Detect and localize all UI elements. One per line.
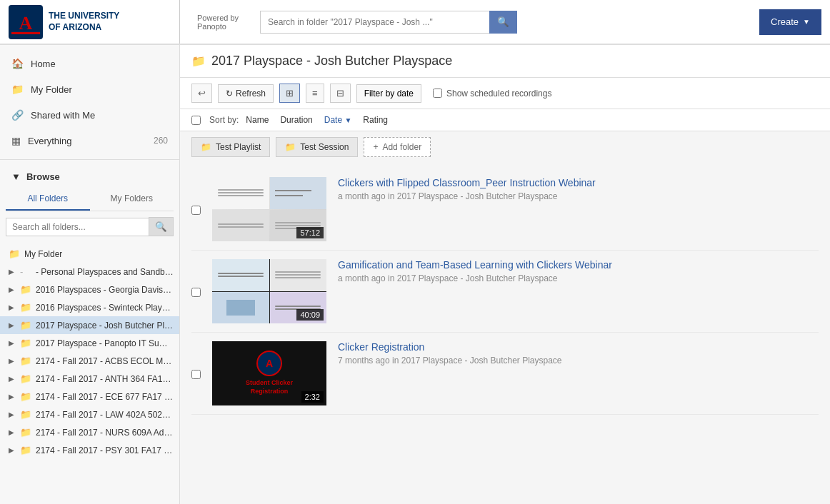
browse-header[interactable]: ▼ Browse <box>0 166 179 188</box>
video-title[interactable]: Clicker Registration <box>338 341 819 353</box>
expand-icon: ▶ <box>9 303 16 311</box>
home-icon: 🏠 <box>11 58 24 69</box>
video-duration: 2:32 <box>301 391 324 403</box>
refresh-icon: ↻ <box>226 89 233 99</box>
video-meta: a month ago in 2017 Playspace - Josh But… <box>338 273 819 283</box>
thumb-cell <box>212 177 269 209</box>
logo-area: A The University of Arizona <box>9 0 180 44</box>
sort-by-rating[interactable]: Rating <box>359 114 392 126</box>
video-item: 40:09 Gamification and Team-Based Learni… <box>191 251 819 333</box>
video-select-checkbox[interactable] <box>191 370 201 379</box>
folder-search-area: 🔍 <box>6 217 174 236</box>
view-grid-button[interactable]: ⊞ <box>279 84 300 103</box>
folder-search-input[interactable] <box>6 218 149 236</box>
shared-icon: 🔗 <box>11 109 24 121</box>
video-duration: 40:09 <box>296 309 324 321</box>
folder-item-2174-ece[interactable]: ▶ 📁 2174 - Fall 2017 - ECE 677 FA17 001.… <box>0 388 179 405</box>
subfolder-icon: 📁 <box>201 142 211 152</box>
thumb-line <box>275 274 321 276</box>
filter-by-date-button[interactable]: Filter by date <box>356 84 421 103</box>
sidebar-item-everything[interactable]: ▦ Everything 260 <box>0 128 179 153</box>
expand-icon: ▶ <box>9 321 16 329</box>
subfolder-bar: 📁 Test Playlist 📁 Test Session + Add fol… <box>180 131 830 163</box>
layout: 🏠 Home 📁 My Folder 🔗 Shared with Me ▦ Ev… <box>0 45 830 504</box>
folder-item-2174-acbs[interactable]: ▶ 📁 2174 - Fall 2017 - ACBS ECOL MIC PL.… <box>0 352 179 370</box>
video-title[interactable]: Gamification and Team-Based Learning wit… <box>338 259 819 271</box>
video-thumbnail[interactable]: 57:12 <box>212 177 326 241</box>
video-thumbnail[interactable]: 40:09 <box>212 259 326 323</box>
video-select-checkbox[interactable] <box>191 206 201 215</box>
everything-badge: 260 <box>154 136 168 146</box>
thumb-line <box>218 195 264 196</box>
video-info: Clickers with Flipped Classroom_Peer Ins… <box>338 177 819 201</box>
folder-item-2174-law[interactable]: ▶ 📁 2174 - Fall 2017 - LAW 402A 502A FA.… <box>0 405 179 423</box>
create-dropdown-arrow-icon: ▼ <box>803 18 810 26</box>
subfolder-test-playlist[interactable]: 📁 Test Playlist <box>191 137 270 157</box>
folder-item-2174-anth[interactable]: ▶ 📁 2174 - Fall 2017 - ANTH 364 FA17 00.… <box>0 370 179 388</box>
create-button[interactable]: Create ▼ <box>759 9 821 35</box>
sort-by-date[interactable]: Date ▼ <box>320 114 356 126</box>
sort-by-name[interactable]: Name <box>241 114 273 126</box>
select-all-checkbox[interactable] <box>191 116 201 125</box>
video-title[interactable]: Clickers with Flipped Classroom_Peer Ins… <box>338 177 819 188</box>
folder-item-2016-georgia[interactable]: ▶ 📁 2016 Playspaces - Georgia Davis Play… <box>0 281 179 298</box>
folder-icon: 📁 <box>20 373 31 384</box>
folder-item-2174-psy[interactable]: ▶ 📁 2174 - Fall 2017 - PSY 301 FA17 001.… <box>0 441 179 459</box>
svg-rect-2 <box>11 32 40 34</box>
thumb-line <box>275 225 321 226</box>
thumb-text: Student ClickerRegistration <box>246 379 293 395</box>
thumb-line <box>218 223 264 225</box>
page-title: 2017 Playspace - Josh Butcher Playspace <box>211 54 452 69</box>
thumb-cell <box>270 177 327 209</box>
video-info: Gamification and Team-Based Learning wit… <box>338 259 819 283</box>
video-item: A Student ClickerRegistration 2:32 Click… <box>191 333 819 415</box>
thumb-cell <box>270 259 327 291</box>
folder-item-personal[interactable]: ▶ - - Personal Playspaces and Sandboxes <box>0 263 179 281</box>
folder-item-2017-panopto[interactable]: ▶ 📁 2017 Playspace - Panopto IT Summitt.… <box>0 334 179 352</box>
folder-search-button[interactable]: 🔍 <box>149 217 174 236</box>
add-folder-icon: + <box>373 142 378 152</box>
search-button[interactable]: 🔍 <box>489 11 517 34</box>
university-logo-icon: A <box>9 5 43 39</box>
browse-tabs: All Folders My Folders <box>6 188 174 211</box>
folder-item-2017-josh[interactable]: ▶ 📁 2017 Playspace - Josh Butcher Playsp… <box>0 316 179 334</box>
view-list-button[interactable]: ≡ <box>306 84 324 103</box>
sort-arrow-icon: ▼ <box>344 116 351 124</box>
folder-item-my-folder[interactable]: 📁 My Folder <box>0 245 179 263</box>
tab-all-folders[interactable]: All Folders <box>6 188 90 211</box>
thumb-line <box>275 271 321 273</box>
thumb-line <box>218 189 264 191</box>
folder-item-2016-swinteck[interactable]: ▶ 📁 2016 Playspaces - Swinteck Playspac.… <box>0 298 179 316</box>
expand-icon: ▶ <box>9 286 16 293</box>
view-detail-button[interactable]: ⊟ <box>330 84 351 103</box>
sidebar-item-shared[interactable]: 🔗 Shared with Me <box>0 102 179 128</box>
search-input[interactable] <box>260 11 489 34</box>
add-folder-button[interactable]: + Add folder <box>364 137 431 157</box>
video-thumbnail[interactable]: A Student ClickerRegistration 2:32 <box>212 341 326 405</box>
thumb-line <box>275 306 321 307</box>
sidebar-item-home[interactable]: 🏠 Home <box>0 51 179 76</box>
folder-icon: 📁 <box>20 320 31 331</box>
back-button[interactable]: ↩ <box>191 84 212 103</box>
tab-my-folders[interactable]: My Folders <box>90 188 174 211</box>
video-meta: a month ago in 2017 Playspace - Josh But… <box>338 191 819 201</box>
sidebar-nav: 🏠 Home 📁 My Folder 🔗 Shared with Me ▦ Ev… <box>0 45 179 160</box>
sort-by-duration[interactable]: Duration <box>276 114 316 126</box>
folder-icon: 📁 <box>20 302 31 313</box>
powered-by-label: Powered by Panopto <box>191 14 249 31</box>
header: A The University of Arizona Powered by P… <box>0 0 830 45</box>
expand-icon: ▶ <box>9 410 16 418</box>
video-duration: 57:12 <box>296 227 324 238</box>
folder-item-2174-nurs[interactable]: ▶ 📁 2174 - Fall 2017 - NURS 609A Advan..… <box>0 423 179 441</box>
refresh-button[interactable]: ↻ Refresh <box>218 84 274 103</box>
video-item: 57:12 Clickers with Flipped Classroom_Pe… <box>191 168 819 251</box>
expand-icon: ▶ <box>9 375 16 383</box>
browse-collapse-icon: ▼ <box>11 171 21 182</box>
scheduled-recordings-checkbox[interactable] <box>433 89 442 98</box>
subfolder-test-session[interactable]: 📁 Test Session <box>276 137 358 157</box>
video-select-checkbox[interactable] <box>191 288 201 297</box>
folder-title-icon: 📁 <box>191 54 206 68</box>
sidebar-item-my-folder[interactable]: 📁 My Folder <box>0 76 179 102</box>
main-content: 📁 2017 Playspace - Josh Butcher Playspac… <box>180 45 830 504</box>
folder-list: 📁 My Folder ▶ - - Personal Playspaces an… <box>0 242 179 462</box>
